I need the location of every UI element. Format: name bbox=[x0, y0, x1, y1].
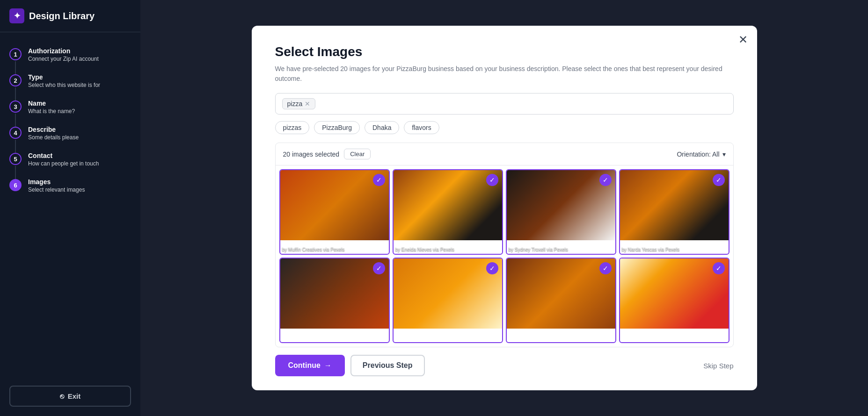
image-item[interactable]: ✓ bbox=[506, 258, 616, 343]
suggestion-tags: pizzasPizzaBurgDhakaflavors bbox=[275, 121, 734, 134]
image-credit: by Sydney Troxell via Pexels bbox=[509, 247, 568, 252]
previous-step-button[interactable]: Previous Step bbox=[350, 355, 425, 376]
image-count-text: 20 images selected bbox=[283, 151, 340, 158]
exit-icon: ⎋ bbox=[60, 392, 64, 400]
step-number-5: 5 bbox=[9, 153, 22, 165]
continue-button[interactable]: Continue → bbox=[275, 355, 345, 376]
modal-actions: Continue → Previous Step Skip Step bbox=[275, 347, 734, 376]
sidebar: ✦ Design Library 1 Authorization Connect… bbox=[0, 0, 140, 416]
sidebar-title: Design Library bbox=[29, 11, 95, 22]
image-item[interactable]: ✓ bbox=[393, 258, 503, 343]
sidebar-step-type[interactable]: 2 Type Select who this website is for bbox=[0, 68, 140, 94]
image-item[interactable]: ✓ by Muffin Creatives via Pexels bbox=[279, 169, 390, 255]
step-label-5: Contact bbox=[28, 152, 99, 159]
step-sub-6: Select relevant images bbox=[28, 186, 85, 193]
exit-button[interactable]: ⎋ Exit bbox=[9, 386, 131, 407]
image-credit: by Narda Yescas via Pexels bbox=[622, 247, 679, 252]
modal-subtitle: We have pre-selected 20 images for your … bbox=[275, 64, 734, 84]
modal-title: Select Images bbox=[275, 44, 734, 59]
suggestion-tag-pizzas[interactable]: pizzas bbox=[275, 121, 310, 134]
close-button[interactable]: ✕ bbox=[738, 34, 748, 45]
search-tag-text: pizza bbox=[287, 100, 303, 108]
image-check-icon: ✓ bbox=[373, 174, 385, 186]
step-label-4: Describe bbox=[28, 126, 79, 133]
image-item[interactable]: ✓ bbox=[619, 258, 729, 343]
image-check-icon: ✓ bbox=[599, 174, 612, 186]
sidebar-steps: 1 Authorization Connect your Zip AI acco… bbox=[0, 32, 140, 376]
modal: ✕ Select Images We have pre-selected 20 … bbox=[252, 26, 757, 390]
step-sub-1: Connect your Zip AI account bbox=[28, 56, 99, 62]
image-item[interactable]: ✓ by Narda Yescas via Pexels bbox=[619, 169, 729, 255]
step-sub-2: Select who this website is for bbox=[28, 82, 100, 88]
image-thumbnail bbox=[507, 258, 615, 329]
step-sub-5: How can people get in touch bbox=[28, 160, 99, 167]
step-number-1: 1 bbox=[9, 48, 22, 60]
step-number-2: 2 bbox=[9, 74, 22, 86]
sidebar-step-name[interactable]: 3 Name What is the name? bbox=[0, 94, 140, 120]
step-label-1: Authorization bbox=[28, 47, 99, 55]
image-check-icon: ✓ bbox=[599, 262, 612, 274]
image-item[interactable]: ✓ by Sydney Troxell via Pexels bbox=[506, 169, 616, 255]
step-label-3: Name bbox=[28, 100, 75, 107]
image-check-icon: ✓ bbox=[486, 174, 498, 186]
image-thumbnail bbox=[280, 170, 389, 240]
image-grid: ✓ by Muffin Creatives via Pexels ✓ by En… bbox=[276, 165, 733, 347]
sidebar-header: ✦ Design Library bbox=[0, 0, 140, 32]
sidebar-step-describe[interactable]: 4 Describe Some details please bbox=[0, 120, 140, 146]
search-bar[interactable]: pizza ✕ bbox=[275, 93, 734, 115]
step-number-6: 6 bbox=[9, 179, 22, 191]
suggestion-tag-pizzaburg[interactable]: PizzaBurg bbox=[314, 121, 360, 134]
image-item[interactable]: ✓ by Eneida Nieves via Pexels bbox=[393, 169, 503, 255]
image-credit: by Muffin Creatives via Pexels bbox=[282, 247, 345, 252]
image-check-icon: ✓ bbox=[713, 262, 725, 274]
suggestion-tag-flavors[interactable]: flavors bbox=[404, 121, 439, 134]
image-grid-container: 20 images selected Clear Orientation: Al… bbox=[275, 143, 734, 347]
clear-button[interactable]: Clear bbox=[344, 149, 371, 159]
sidebar-step-authorization[interactable]: 1 Authorization Connect your Zip AI acco… bbox=[0, 42, 140, 68]
image-thumbnail bbox=[394, 170, 502, 240]
sidebar-logo-icon: ✦ bbox=[9, 8, 24, 23]
image-count-area: 20 images selected Clear bbox=[283, 149, 371, 159]
orientation-select[interactable]: Orientation: All ▾ bbox=[677, 151, 725, 158]
skip-step-button[interactable]: Skip Step bbox=[703, 362, 733, 370]
image-thumbnail bbox=[620, 170, 729, 240]
main-area: ✕ Select Images We have pre-selected 20 … bbox=[140, 0, 868, 416]
image-check-icon: ✓ bbox=[713, 174, 725, 186]
orientation-label: Orientation: All bbox=[677, 151, 719, 158]
step-number-3: 3 bbox=[9, 100, 22, 113]
image-thumbnail bbox=[394, 258, 502, 329]
image-thumbnail bbox=[280, 258, 389, 329]
step-sub-3: What is the name? bbox=[28, 108, 75, 115]
arrow-right-icon: → bbox=[324, 361, 332, 370]
step-label-2: Type bbox=[28, 73, 100, 81]
image-credit: by Eneida Nieves via Pexels bbox=[395, 247, 454, 252]
sidebar-step-contact[interactable]: 5 Contact How can people get in touch bbox=[0, 146, 140, 172]
step-sub-4: Some details please bbox=[28, 134, 79, 141]
step-label-6: Images bbox=[28, 178, 85, 186]
image-thumbnail bbox=[507, 170, 615, 240]
tag-remove-icon[interactable]: ✕ bbox=[305, 100, 310, 107]
search-tag[interactable]: pizza ✕ bbox=[282, 98, 316, 109]
image-grid-header: 20 images selected Clear Orientation: Al… bbox=[276, 143, 733, 165]
exit-label: Exit bbox=[68, 392, 81, 400]
chevron-down-icon: ▾ bbox=[722, 151, 726, 158]
sidebar-step-images[interactable]: 6 Images Select relevant images bbox=[0, 172, 140, 199]
image-check-icon: ✓ bbox=[373, 262, 385, 274]
image-thumbnail bbox=[620, 258, 729, 329]
image-item[interactable]: ✓ bbox=[279, 258, 390, 343]
continue-label: Continue bbox=[288, 361, 321, 370]
step-number-4: 4 bbox=[9, 127, 22, 139]
suggestion-tag-dhaka[interactable]: Dhaka bbox=[365, 121, 399, 134]
image-check-icon: ✓ bbox=[486, 262, 498, 274]
